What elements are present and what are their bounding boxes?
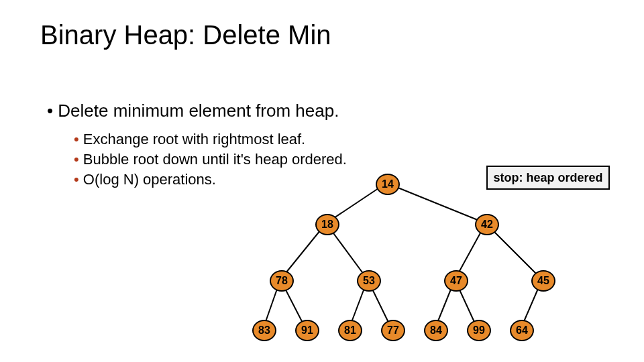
heap-node: 83: [252, 320, 276, 341]
heap-node: 78: [270, 270, 294, 292]
sub-bullet-3-text: O(log N) operations.: [83, 171, 216, 188]
heap-node: 14: [376, 174, 400, 195]
heap-node: 53: [357, 270, 381, 292]
bullet-dot-icon: •: [74, 171, 79, 188]
sub-bullet-3: • O(log N) operations.: [74, 171, 216, 188]
slide-title: Binary Heap: Delete Min: [40, 20, 331, 50]
bullet-dot-icon: •: [74, 131, 79, 147]
bullet-main-text: Delete minimum element from heap.: [58, 101, 339, 121]
heap-node: 42: [475, 214, 499, 235]
heap-node: 64: [510, 320, 534, 341]
svg-line-1: [386, 183, 486, 223]
bullet-dot-icon: •: [74, 151, 79, 168]
heap-node: 45: [531, 270, 555, 292]
heap-node: 81: [338, 320, 362, 341]
heap-node: 99: [467, 320, 491, 341]
heap-node: 91: [295, 320, 319, 341]
slide: Binary Heap: Delete Min • Delete minimum…: [0, 0, 644, 362]
sub-bullet-1: • Exchange root with rightmost leaf.: [74, 131, 305, 148]
heap-tree-diagram: 1418427853474583918177849964: [241, 164, 617, 352]
heap-node: 77: [381, 320, 405, 341]
heap-node: 84: [424, 320, 448, 341]
heap-node: 18: [315, 214, 339, 235]
sub-bullet-1-text: Exchange root with rightmost leaf.: [83, 131, 305, 147]
bullet-main: • Delete minimum element from heap.: [47, 101, 339, 121]
heap-node: 47: [444, 270, 468, 292]
